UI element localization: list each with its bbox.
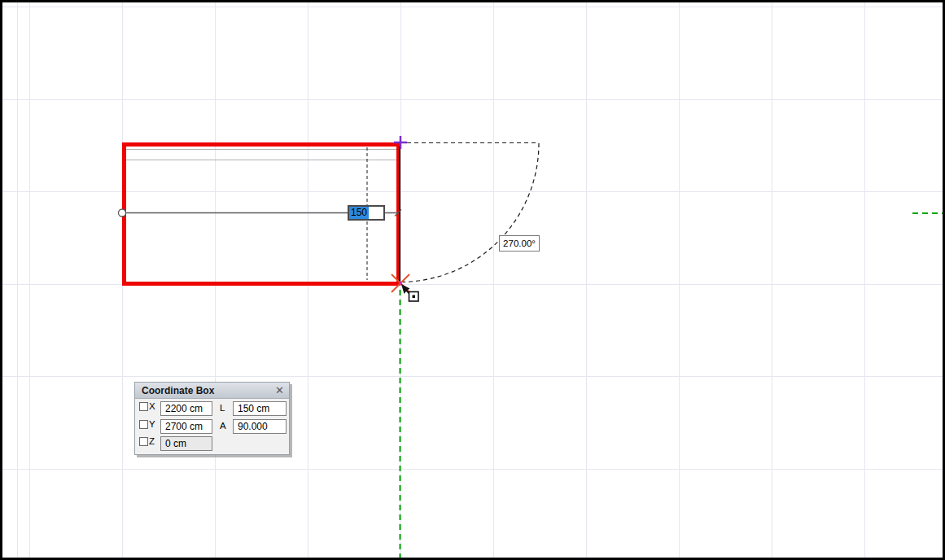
- angle-readout: 270.00°: [499, 235, 540, 252]
- x-coordinate-field[interactable]: [160, 401, 212, 416]
- start-node-marker: [394, 136, 407, 149]
- y-axis-label: Y: [149, 419, 155, 429]
- z-coordinate-field[interactable]: [160, 436, 212, 451]
- angle-label: A: [220, 421, 226, 431]
- coordinate-box-palette: Coordinate Box ✕ X L Y A Z: [134, 382, 290, 455]
- angle-reference-guide: [400, 143, 539, 282]
- drawing-canvas[interactable]: 150 270.00° Coordinate Box ✕ X L Y A Z: [0, 0, 945, 560]
- origin-snap-icon: [409, 292, 419, 302]
- length-field[interactable]: [233, 401, 287, 416]
- x-axis-label: X: [149, 401, 155, 411]
- angle-arc: [400, 143, 539, 282]
- z-axis-label: Z: [149, 436, 155, 446]
- x-lock-checkbox[interactable]: [139, 402, 148, 411]
- length-input-selected-text: 150: [349, 207, 369, 219]
- coordinate-box-body: X L Y A Z: [135, 399, 289, 454]
- drawing-overlay: [2, 2, 945, 560]
- length-label: L: [220, 403, 225, 413]
- angle-field[interactable]: [233, 419, 287, 434]
- y-lock-checkbox[interactable]: [139, 420, 148, 429]
- close-icon[interactable]: ✕: [275, 385, 284, 396]
- z-lock-checkbox[interactable]: [139, 437, 148, 446]
- dimension-origin-icon: [119, 209, 126, 217]
- length-input[interactable]: 150: [348, 205, 385, 221]
- y-coordinate-field[interactable]: [160, 419, 212, 434]
- coordinate-box-titlebar[interactable]: Coordinate Box ✕: [135, 383, 289, 399]
- coordinate-box-title: Coordinate Box: [142, 385, 214, 396]
